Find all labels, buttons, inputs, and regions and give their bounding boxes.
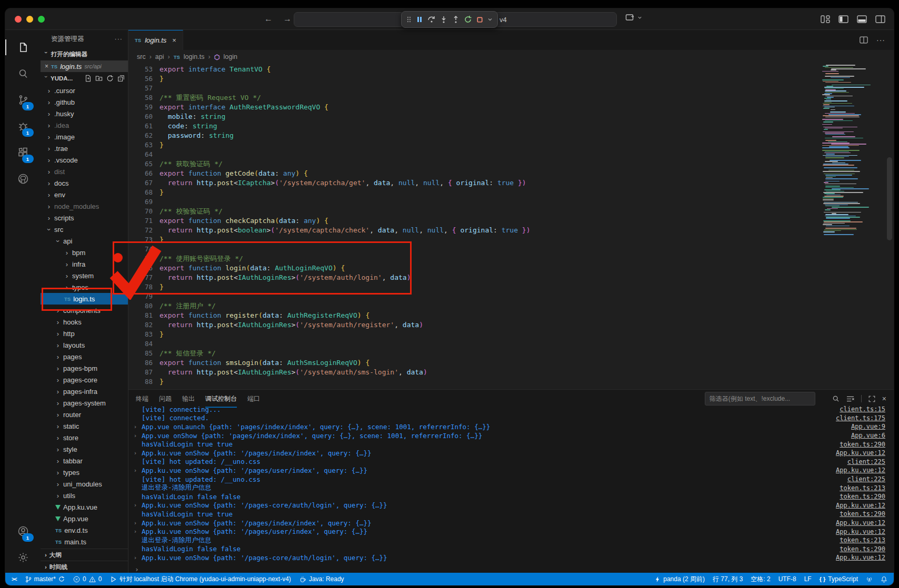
breadcrumb-api[interactable]: api bbox=[155, 53, 164, 60]
console-row[interactable]: ›App.ku.vue onShow {path: '/pages/index/… bbox=[134, 449, 894, 458]
expand-chevron-icon[interactable]: › bbox=[134, 433, 142, 439]
expand-chevron-icon[interactable]: › bbox=[134, 502, 142, 508]
tree-item-App-ku-vue[interactable]: App.ku.vue bbox=[41, 501, 128, 513]
activity-explorer[interactable] bbox=[11, 35, 36, 59]
commit-info-item[interactable]: panda (2 周前) bbox=[655, 575, 705, 584]
minimap[interactable] bbox=[822, 65, 881, 244]
refresh-icon[interactable] bbox=[106, 75, 114, 82]
activity-run-debug[interactable]: 1 bbox=[11, 114, 36, 138]
tree-item-login-ts[interactable]: TSlogin.ts bbox=[41, 293, 128, 305]
source-link[interactable]: App.ku.vue:12 bbox=[836, 449, 894, 457]
tree-item-utils[interactable]: ›utils bbox=[41, 490, 128, 501]
open-editors-header[interactable]: › 打开的编辑器 bbox=[41, 48, 128, 60]
customize-layout-icon[interactable] bbox=[821, 15, 830, 23]
new-file-icon[interactable] bbox=[84, 75, 92, 82]
code-editor[interactable]: 53export interface TenantVO {56}5758/** … bbox=[128, 64, 894, 389]
console-row[interactable]: [vite] connected.client.ts:175 bbox=[134, 414, 894, 423]
java-status-item[interactable]: Java: Ready bbox=[299, 575, 344, 583]
tree-item-env-d-ts[interactable]: TSenv.d.ts bbox=[41, 524, 128, 536]
console-row[interactable]: 退出登录-清除用户信息token.ts:213 bbox=[134, 483, 894, 492]
activity-search[interactable] bbox=[11, 62, 36, 86]
breadcrumb-file[interactable]: login.ts bbox=[184, 53, 205, 60]
tree-item-types[interactable]: ›types bbox=[41, 281, 128, 293]
remote-indicator[interactable]: >< bbox=[12, 576, 17, 582]
source-link[interactable]: client.ts:175 bbox=[836, 414, 894, 422]
notifications-item[interactable] bbox=[881, 576, 887, 583]
expand-chevron-icon[interactable]: › bbox=[134, 529, 142, 534]
tree-item-layouts[interactable]: ›layouts bbox=[41, 339, 128, 351]
tree-item-hooks[interactable]: ›hooks bbox=[41, 316, 128, 328]
console-prompt[interactable]: › bbox=[135, 565, 139, 573]
tree-item-router[interactable]: ›router bbox=[41, 409, 128, 420]
language-mode-item[interactable]: { } TypeScript bbox=[820, 575, 858, 583]
tree-item-App-vue[interactable]: App.vue bbox=[41, 513, 128, 524]
source-link[interactable]: App.vue:9 bbox=[851, 423, 894, 430]
tree-item-pages-core[interactable]: ›pages-core bbox=[41, 374, 128, 386]
source-link[interactable]: App.ku.vue:12 bbox=[836, 554, 894, 561]
breadcrumb-symbol[interactable]: login bbox=[224, 53, 237, 60]
new-folder-icon[interactable] bbox=[95, 75, 103, 82]
outline-section[interactable]: ›大纲 bbox=[41, 549, 128, 561]
activity-accounts[interactable]: 1 bbox=[11, 519, 36, 543]
tree-item-http[interactable]: ›http bbox=[41, 328, 128, 339]
split-editor-icon[interactable] bbox=[860, 36, 868, 44]
expand-chevron-icon[interactable]: › bbox=[134, 555, 142, 561]
ports-broadcast-item[interactable] bbox=[866, 576, 873, 583]
close-window-button[interactable] bbox=[15, 16, 22, 23]
source-link[interactable]: App.ku.vue:12 bbox=[836, 467, 894, 474]
nav-back-icon[interactable]: ← bbox=[264, 14, 273, 24]
activity-github[interactable] bbox=[11, 167, 36, 191]
tab-login-ts[interactable]: TS login.ts × bbox=[128, 30, 183, 50]
debug-launch-item[interactable]: 针对 localhost 启动 Chrome (yudao-ui-admin-u… bbox=[110, 575, 291, 584]
tree-item-static[interactable]: ›static bbox=[41, 420, 128, 432]
restart-icon[interactable] bbox=[464, 15, 472, 24]
nav-forward-icon[interactable]: → bbox=[283, 14, 292, 24]
console-row[interactable]: ›App.vue onLaunch {path: 'pages/index/in… bbox=[134, 422, 894, 431]
source-link[interactable]: client:225 bbox=[847, 475, 894, 483]
tree-item--github[interactable]: ›.github bbox=[41, 96, 128, 108]
tree-item-scripts[interactable]: ›scripts bbox=[41, 212, 128, 224]
close-panel-icon[interactable]: × bbox=[882, 394, 886, 403]
stop-icon[interactable] bbox=[476, 16, 484, 24]
clear-console-icon[interactable] bbox=[846, 396, 854, 402]
tree-item--trae[interactable]: ›.trae bbox=[41, 143, 128, 154]
source-link[interactable]: token.ts:290 bbox=[840, 545, 894, 553]
console-row[interactable]: ›App.ku.vue onShow {path: '/pages/user/i… bbox=[134, 466, 894, 475]
activity-source-control[interactable]: 1 bbox=[11, 88, 36, 112]
tree-item-pages-system[interactable]: ›pages-system bbox=[41, 397, 128, 409]
eol-item[interactable]: LF bbox=[804, 575, 812, 583]
console-row[interactable]: hasValidLogin true truetoken.ts:290 bbox=[134, 510, 894, 519]
step-into-icon[interactable] bbox=[439, 15, 448, 24]
tree-item-pages-bpm[interactable]: ›pages-bpm bbox=[41, 362, 128, 374]
source-link[interactable]: token.ts:213 bbox=[840, 536, 894, 544]
tree-item-tabbar[interactable]: ›tabbar bbox=[41, 455, 128, 467]
source-link[interactable]: client:225 bbox=[847, 458, 894, 465]
git-branch-item[interactable]: master* bbox=[25, 575, 65, 583]
console-row[interactable]: hasValidLogin true truetoken.ts:290 bbox=[134, 440, 894, 449]
console-row[interactable]: ›App.ku.vue onShow {path: '/pages-core/a… bbox=[134, 501, 894, 510]
tree-item-components[interactable]: ›components bbox=[41, 305, 128, 316]
tree-item--idea[interactable]: ›.idea bbox=[41, 119, 128, 131]
command-center-search[interactable] bbox=[294, 12, 404, 27]
tree-item-system[interactable]: ›system bbox=[41, 270, 128, 281]
minimize-window-button[interactable] bbox=[26, 16, 33, 23]
console-row[interactable]: [vite] connecting...client.ts:15 bbox=[134, 405, 894, 414]
editor-scrollbar[interactable] bbox=[887, 157, 892, 240]
encoding-item[interactable]: UTF-8 bbox=[778, 575, 796, 583]
collapse-all-icon[interactable] bbox=[117, 75, 125, 82]
search-icon[interactable] bbox=[832, 395, 840, 402]
source-link[interactable]: token.ts:290 bbox=[840, 493, 894, 500]
sidebar-more-actions[interactable]: ··· bbox=[115, 35, 123, 43]
tree-item-uni-modules[interactable]: ›uni_modules bbox=[41, 478, 128, 490]
editor-more-actions-icon[interactable]: ··· bbox=[876, 36, 885, 44]
toggle-panel-icon[interactable] bbox=[857, 15, 867, 23]
tree-item-docs[interactable]: ›docs bbox=[41, 177, 128, 189]
maximize-panel-icon[interactable] bbox=[868, 396, 875, 402]
workspace-header[interactable]: › YUDA... bbox=[41, 72, 128, 85]
debug-console-output[interactable]: [vite] connecting...client.ts:15[vite] c… bbox=[128, 405, 894, 563]
source-link[interactable]: token.ts:213 bbox=[840, 484, 894, 492]
step-out-icon[interactable] bbox=[452, 15, 460, 24]
breadcrumb-src[interactable]: src bbox=[137, 53, 146, 60]
console-row[interactable]: hasValidLogin false falsetoken.ts:290 bbox=[134, 492, 894, 501]
command-center-input[interactable]: v4 bbox=[494, 12, 617, 27]
